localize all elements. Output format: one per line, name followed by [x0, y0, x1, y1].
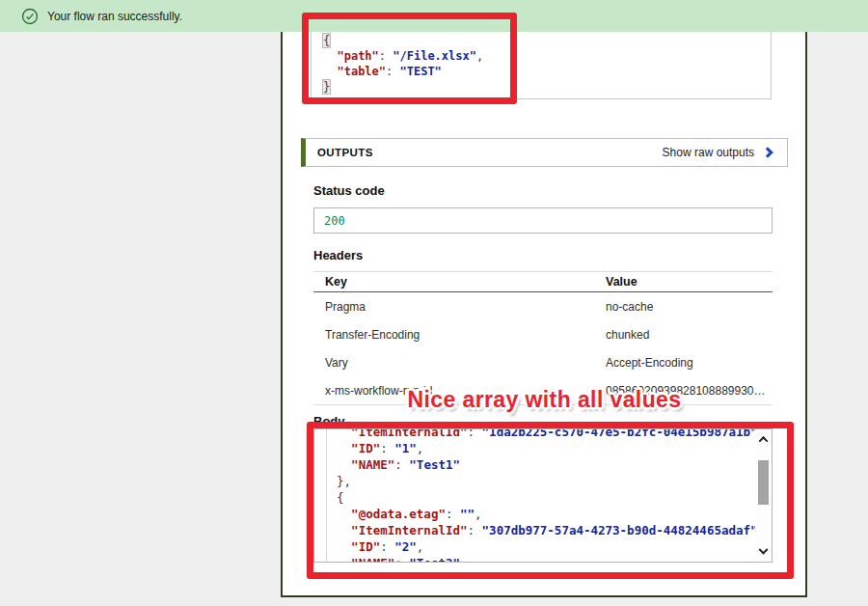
banner-message: Your flow ran successfully. — [47, 10, 182, 23]
status-code-value: 200 — [324, 214, 345, 228]
outputs-title: OUTPUTS — [317, 147, 373, 158]
header-value-cell: no-cache — [606, 300, 773, 314]
header-key-cell: Vary — [313, 356, 606, 370]
code-line: "ID": "1", — [322, 440, 755, 456]
table-row: VaryAccept-Encoding — [313, 348, 773, 376]
chevron-down-icon — [759, 544, 769, 554]
inputs-code-box: { "path": "/File.xlsx", "table": "TEST"} — [311, 32, 772, 99]
code-line: }, — [322, 473, 755, 489]
code-line: "ID": "2", — [322, 538, 755, 555]
table-row: Pragmano-cache — [313, 292, 773, 320]
success-banner: Your flow ran successfully. — [0, 0, 868, 32]
code-line: "table": "TEST" — [323, 64, 771, 79]
table-row: Transfer-Encodingchunked — [313, 320, 773, 348]
chevron-up-icon — [759, 435, 769, 445]
code-line: "NAME": "Test1" — [322, 456, 755, 473]
header-value-cell: Accept-Encoding — [606, 356, 773, 370]
headers-label: Headers — [313, 248, 363, 262]
code-line: "NAME": "Test2" — [322, 555, 755, 562]
inputs-json-code: { "path": "/File.xlsx", "table": "TEST"} — [312, 32, 771, 95]
success-check-icon — [21, 8, 39, 25]
body-code-box: "ItemInternalId": "1da2b225-c570-47e5-b2… — [313, 428, 773, 563]
show-raw-outputs-link[interactable]: Show raw outputs — [663, 146, 773, 159]
header-value-cell: chunked — [606, 328, 773, 342]
code-line: "ItemInternalId": "1da2b225-c570-47e5-b2… — [322, 428, 755, 440]
body-label: Body — [313, 414, 345, 428]
outputs-section-header: OUTPUTS Show raw outputs — [301, 138, 788, 167]
scroll-up-button[interactable] — [755, 431, 772, 447]
body-json-code: "ItemInternalId": "1da2b225-c570-47e5-b2… — [314, 428, 755, 562]
code-line: "@odata.etag": "", — [322, 506, 755, 522]
code-line: { — [322, 489, 755, 506]
header-key-cell: Transfer-Encoding — [313, 328, 606, 342]
status-code-label: Status code — [313, 183, 385, 198]
indent-guide — [326, 428, 327, 562]
flow-run-page: Your flow ran successfully. { "path": "/… — [0, 0, 868, 606]
code-line: "ItemInternalId": "307db977-57a4-4273-b9… — [322, 522, 755, 538]
header-key-cell: Pragma — [313, 300, 606, 314]
headers-table-header-row: Key Value — [313, 272, 773, 292]
code-line: { — [323, 33, 771, 48]
status-code-box: 200 — [313, 207, 773, 234]
scroll-down-button[interactable] — [755, 544, 772, 560]
scrollbar-thumb[interactable] — [758, 460, 769, 505]
show-raw-outputs-label: Show raw outputs — [663, 146, 754, 159]
code-line: } — [323, 79, 771, 95]
column-header-value: Value — [606, 275, 773, 289]
chevron-right-icon — [762, 147, 773, 157]
headers-table: Key Value Pragmano-cacheTransfer-Encodin… — [313, 271, 773, 405]
code-line: "path": "/File.xlsx", — [323, 48, 771, 64]
body-scrollbar[interactable] — [755, 429, 772, 562]
column-header-key: Key — [313, 275, 606, 289]
annotation-text: Nice array with all values — [301, 387, 788, 413]
